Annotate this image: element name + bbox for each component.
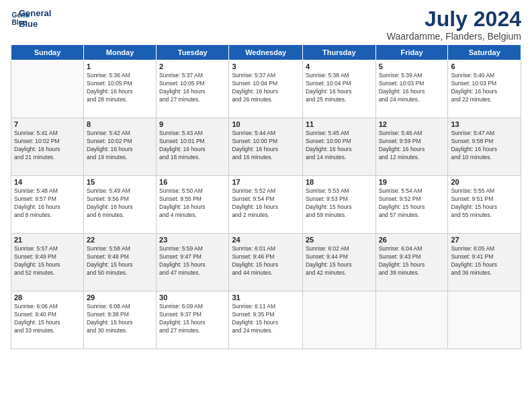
table-row: 2Sunrise: 5:37 AMSunset: 10:05 PMDayligh… [157, 60, 229, 118]
day-info: Sunrise: 6:04 AMSunset: 9:43 PMDaylight:… [379, 245, 445, 277]
day-number: 6 [451, 62, 518, 71]
day-info: Sunrise: 5:38 AMSunset: 10:04 PMDaylight… [306, 72, 373, 104]
table-row: 19Sunrise: 5:54 AMSunset: 9:52 PMDayligh… [375, 176, 448, 234]
day-number: 13 [451, 120, 518, 128]
day-number: 11 [306, 120, 373, 128]
day-number: 24 [232, 236, 300, 244]
day-info: Sunrise: 6:05 AMSunset: 9:41 PMDaylight:… [451, 245, 518, 277]
day-info: Sunrise: 5:53 AMSunset: 9:53 PMDaylight:… [306, 187, 373, 220]
table-row: 18Sunrise: 5:53 AMSunset: 9:53 PMDayligh… [302, 176, 375, 234]
table-row: 29Sunrise: 6:08 AMSunset: 9:38 PMDayligh… [83, 291, 156, 349]
col-thursday: Thursday [302, 45, 375, 60]
table-row: 31Sunrise: 6:11 AMSunset: 9:35 PMDayligh… [229, 291, 303, 349]
day-number: 10 [232, 120, 300, 128]
table-row [448, 291, 521, 349]
day-number: 4 [306, 62, 373, 71]
table-row: 8Sunrise: 5:42 AMSunset: 10:02 PMDayligh… [83, 118, 156, 176]
table-row: 11Sunrise: 5:45 AMSunset: 10:00 PMDaylig… [302, 118, 375, 176]
calendar-table: Sunday Monday Tuesday Wednesday Thursday… [11, 44, 521, 349]
table-row: 6Sunrise: 5:40 AMSunset: 10:03 PMDayligh… [448, 60, 521, 118]
calendar-week-row: 28Sunrise: 6:06 AMSunset: 9:40 PMDayligh… [11, 291, 521, 349]
table-row: 24Sunrise: 6:01 AMSunset: 9:46 PMDayligh… [229, 234, 303, 291]
title-area: July 2024 Waardamme, Flanders, Belgium [387, 8, 521, 42]
table-row: 30Sunrise: 6:09 AMSunset: 9:37 PMDayligh… [157, 291, 229, 349]
table-row: 22Sunrise: 5:58 AMSunset: 9:48 PMDayligh… [83, 234, 156, 291]
calendar-week-row: 21Sunrise: 5:57 AMSunset: 9:49 PMDayligh… [11, 234, 521, 291]
table-row: 25Sunrise: 6:02 AMSunset: 9:44 PMDayligh… [302, 234, 375, 291]
table-row: 28Sunrise: 6:06 AMSunset: 9:40 PMDayligh… [11, 291, 84, 349]
day-number: 3 [232, 62, 300, 71]
day-info: Sunrise: 5:54 AMSunset: 9:52 PMDaylight:… [379, 187, 445, 220]
day-info: Sunrise: 5:47 AMSunset: 9:58 PMDaylight:… [451, 130, 518, 162]
col-friday: Friday [375, 45, 448, 60]
day-info: Sunrise: 5:39 AMSunset: 10:03 PMDaylight… [379, 72, 445, 104]
header: General Blue General Blue July 2024 Waar… [11, 8, 521, 42]
day-number: 18 [306, 178, 373, 186]
day-info: Sunrise: 5:48 AMSunset: 9:57 PMDaylight:… [14, 187, 81, 220]
table-row: 10Sunrise: 5:44 AMSunset: 10:00 PMDaylig… [229, 118, 303, 176]
day-number: 26 [379, 236, 445, 244]
day-info: Sunrise: 5:59 AMSunset: 9:47 PMDaylight:… [159, 245, 226, 277]
day-number: 27 [451, 236, 518, 244]
col-monday: Monday [83, 45, 156, 60]
day-info: Sunrise: 5:43 AMSunset: 10:01 PMDaylight… [159, 130, 226, 162]
day-info: Sunrise: 5:50 AMSunset: 9:55 PMDaylight:… [159, 187, 226, 220]
table-row: 3Sunrise: 5:37 AMSunset: 10:04 PMDayligh… [229, 60, 303, 118]
table-row: 7Sunrise: 5:41 AMSunset: 10:02 PMDayligh… [11, 118, 84, 176]
day-info: Sunrise: 5:37 AMSunset: 10:05 PMDaylight… [159, 72, 226, 104]
table-row: 12Sunrise: 5:46 AMSunset: 9:59 PMDayligh… [375, 118, 448, 176]
logo-blue: Blue [19, 19, 51, 30]
table-row: 21Sunrise: 5:57 AMSunset: 9:49 PMDayligh… [11, 234, 84, 291]
logo: General Blue General Blue [11, 8, 51, 29]
day-info: Sunrise: 5:57 AMSunset: 9:49 PMDaylight:… [14, 245, 81, 277]
day-info: Sunrise: 5:42 AMSunset: 10:02 PMDaylight… [87, 130, 153, 162]
day-number: 21 [14, 236, 81, 244]
col-sunday: Sunday [11, 45, 84, 60]
table-row: 5Sunrise: 5:39 AMSunset: 10:03 PMDayligh… [375, 60, 448, 118]
day-number: 19 [379, 178, 445, 186]
col-tuesday: Tuesday [157, 45, 229, 60]
page: General Blue General Blue July 2024 Waar… [0, 0, 532, 411]
col-wednesday: Wednesday [229, 45, 303, 60]
table-row: 23Sunrise: 5:59 AMSunset: 9:47 PMDayligh… [157, 234, 229, 291]
day-info: Sunrise: 5:49 AMSunset: 9:56 PMDaylight:… [87, 187, 153, 220]
day-number: 31 [232, 293, 300, 302]
day-info: Sunrise: 6:09 AMSunset: 9:37 PMDaylight:… [159, 303, 226, 335]
calendar-week-row: 7Sunrise: 5:41 AMSunset: 10:02 PMDayligh… [11, 118, 521, 176]
table-row: 16Sunrise: 5:50 AMSunset: 9:55 PMDayligh… [157, 176, 229, 234]
day-info: Sunrise: 5:55 AMSunset: 9:51 PMDaylight:… [451, 187, 518, 220]
table-row: 17Sunrise: 5:52 AMSunset: 9:54 PMDayligh… [229, 176, 303, 234]
day-number: 28 [14, 293, 81, 302]
day-number: 17 [232, 178, 300, 186]
day-info: Sunrise: 6:01 AMSunset: 9:46 PMDaylight:… [232, 245, 300, 277]
day-info: Sunrise: 5:36 AMSunset: 10:05 PMDaylight… [87, 72, 153, 104]
location-title: Waardamme, Flanders, Belgium [387, 31, 521, 42]
table-row: 26Sunrise: 6:04 AMSunset: 9:43 PMDayligh… [375, 234, 448, 291]
table-row [11, 60, 84, 118]
table-row: 14Sunrise: 5:48 AMSunset: 9:57 PMDayligh… [11, 176, 84, 234]
day-info: Sunrise: 6:02 AMSunset: 9:44 PMDaylight:… [306, 245, 373, 277]
day-info: Sunrise: 5:40 AMSunset: 10:03 PMDaylight… [451, 72, 518, 104]
day-number: 30 [159, 293, 226, 302]
day-number: 15 [87, 178, 153, 186]
logo-general: General [19, 8, 51, 19]
calendar-week-row: 14Sunrise: 5:48 AMSunset: 9:57 PMDayligh… [11, 176, 521, 234]
table-row [375, 291, 448, 349]
table-row: 4Sunrise: 5:38 AMSunset: 10:04 PMDayligh… [302, 60, 375, 118]
calendar-header-row: Sunday Monday Tuesday Wednesday Thursday… [11, 45, 521, 60]
col-saturday: Saturday [448, 45, 521, 60]
day-info: Sunrise: 5:46 AMSunset: 9:59 PMDaylight:… [379, 130, 445, 162]
day-info: Sunrise: 5:41 AMSunset: 10:02 PMDaylight… [14, 130, 81, 162]
day-number: 25 [306, 236, 373, 244]
day-info: Sunrise: 5:45 AMSunset: 10:00 PMDaylight… [306, 130, 373, 162]
table-row: 20Sunrise: 5:55 AMSunset: 9:51 PMDayligh… [448, 176, 521, 234]
day-info: Sunrise: 5:44 AMSunset: 10:00 PMDaylight… [232, 130, 300, 162]
calendar-week-row: 1Sunrise: 5:36 AMSunset: 10:05 PMDayligh… [11, 60, 521, 118]
table-row: 15Sunrise: 5:49 AMSunset: 9:56 PMDayligh… [83, 176, 156, 234]
day-number: 14 [14, 178, 81, 186]
day-info: Sunrise: 5:58 AMSunset: 9:48 PMDaylight:… [87, 245, 153, 277]
table-row: 1Sunrise: 5:36 AMSunset: 10:05 PMDayligh… [83, 60, 156, 118]
day-info: Sunrise: 5:52 AMSunset: 9:54 PMDaylight:… [232, 187, 300, 220]
day-number: 29 [87, 293, 153, 302]
table-row: 9Sunrise: 5:43 AMSunset: 10:01 PMDayligh… [157, 118, 229, 176]
